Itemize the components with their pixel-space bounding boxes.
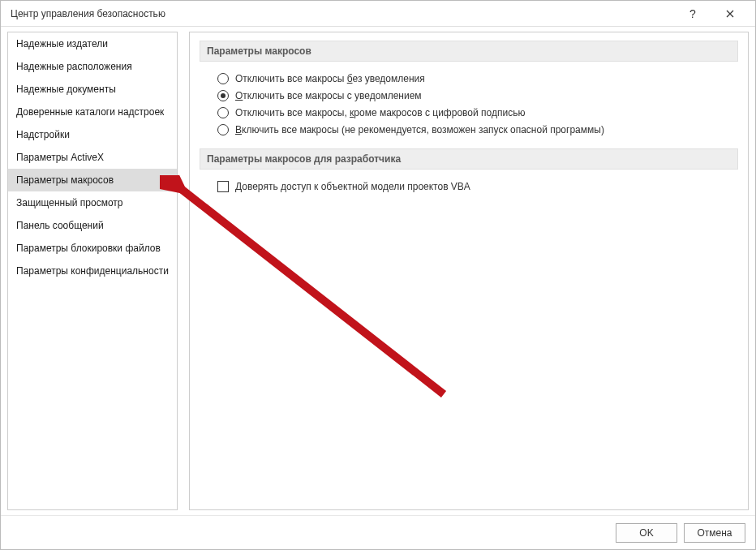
radio-disable-no-notification[interactable]: Отключить все макросы без уведомления	[217, 73, 732, 84]
sidebar-item-trusted-locations[interactable]: Надежные расположения	[8, 55, 177, 78]
radio-icon	[217, 90, 229, 101]
main-panel: Параметры макросов Отключить все макросы…	[189, 32, 749, 510]
radio-label: Включить все макросы (не рекомендуется, …	[235, 124, 604, 135]
content-area: Надежные издатели Надежные расположения …	[1, 27, 755, 510]
cancel-button[interactable]: Отмена	[684, 523, 745, 543]
window-title: Центр управления безопасностью	[7, 8, 674, 19]
macro-settings-header: Параметры макросов	[200, 41, 738, 62]
developer-macro-body: Доверять доступ к объектной модели проек…	[200, 178, 738, 197]
checkbox-label: Доверять доступ к объектной модели проек…	[235, 181, 470, 192]
radio-icon	[217, 73, 229, 84]
close-button[interactable]	[711, 2, 749, 26]
radio-label: Отключить все макросы без уведомления	[235, 73, 425, 84]
sidebar-item-protected-view[interactable]: Защищенный просмотр	[8, 191, 177, 214]
radio-disable-except-signed[interactable]: Отключить все макросы, кроме макросов с …	[217, 107, 732, 118]
sidebar-item-activex[interactable]: Параметры ActiveX	[8, 146, 177, 169]
sidebar-item-message-bar[interactable]: Панель сообщений	[8, 214, 177, 237]
radio-enable-all[interactable]: Включить все макросы (не рекомендуется, …	[217, 124, 732, 135]
radio-disable-with-notification[interactable]: Отключить все макросы с уведомлением	[217, 90, 732, 101]
help-button[interactable]: ?	[674, 2, 711, 26]
macro-settings-body: Отключить все макросы без уведомления От…	[200, 70, 738, 140]
sidebar-item-macro-settings[interactable]: Параметры макросов	[8, 169, 177, 191]
sidebar-item-trusted-documents[interactable]: Надежные документы	[8, 78, 177, 101]
radio-label: Отключить все макросы с уведомлением	[235, 90, 422, 101]
radio-label: Отключить все макросы, кроме макросов с …	[235, 107, 525, 118]
sidebar-item-addins[interactable]: Надстройки	[8, 123, 177, 146]
close-icon	[726, 10, 734, 18]
sidebar-item-file-block[interactable]: Параметры блокировки файлов	[8, 237, 177, 260]
sidebar: Надежные издатели Надежные расположения …	[7, 32, 178, 510]
developer-macro-header: Параметры макросов для разработчика	[200, 148, 738, 170]
sidebar-item-privacy[interactable]: Параметры конфиденциальности	[8, 260, 177, 282]
sidebar-item-trusted-addin-catalogs[interactable]: Доверенные каталоги надстроек	[8, 101, 177, 123]
ok-button[interactable]: OK	[616, 523, 677, 543]
radio-icon	[217, 107, 229, 118]
sidebar-item-trusted-publishers[interactable]: Надежные издатели	[8, 32, 177, 55]
titlebar: Центр управления безопасностью ?	[1, 1, 755, 27]
checkbox-trust-vba[interactable]: Доверять доступ к объектной модели проек…	[217, 181, 732, 192]
radio-icon	[217, 124, 229, 135]
dialog-footer: OK Отмена	[1, 515, 755, 549]
checkbox-icon	[217, 181, 229, 192]
